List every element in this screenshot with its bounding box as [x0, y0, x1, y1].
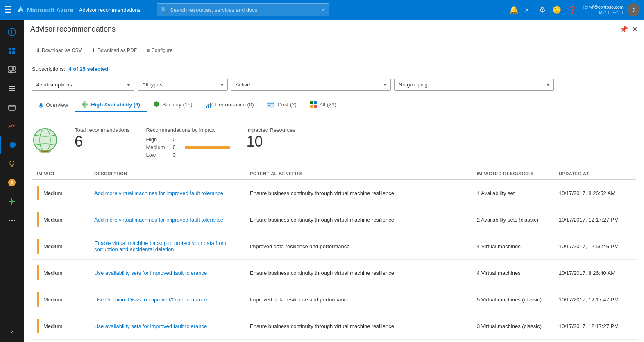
cell-impact-3: Medium: [32, 260, 89, 286]
bell-icon: 🔔: [509, 5, 518, 14]
impact-indicator-1: [37, 212, 39, 227]
sidebar-item-all-resources[interactable]: [0, 79, 24, 97]
tab-all[interactable]: All (23): [303, 97, 343, 112]
sidebar-item-create[interactable]: [0, 23, 24, 41]
svg-rect-3: [9, 48, 11, 50]
svg-rect-37: [310, 101, 313, 104]
grouping-dropdown[interactable]: No grouping: [394, 79, 554, 91]
sidebar-item-dashboard[interactable]: [0, 61, 24, 79]
cell-resources-2: 4 Virtual machines: [472, 233, 554, 260]
dashboard-icon: [8, 66, 16, 74]
tab-performance[interactable]: Performance (0): [199, 97, 261, 112]
description-link-0[interactable]: Add more virtual machines for improved f…: [94, 190, 223, 196]
page-header: Advisor recommendations 📌 ✕: [24, 20, 644, 39]
col-benefits: POTENTIAL BENEFITS: [245, 168, 472, 180]
tab-high-availability[interactable]: High Availability (6): [75, 97, 147, 112]
pin-button[interactable]: 📌: [620, 25, 628, 33]
cell-description-2: Enable virtual machine backup to protect…: [89, 233, 245, 260]
description-link-2[interactable]: Enable virtual machine backup to protect…: [94, 240, 226, 252]
terminal-icon: >_: [525, 6, 533, 14]
main-content: Advisor recommendations 📌 ✕ ⬇ Download a…: [24, 20, 644, 342]
cell-resources-0: 1 Availability set: [472, 180, 554, 206]
description-link-4[interactable]: Use Premium Disks to improve I/O perform…: [94, 297, 207, 303]
search-box[interactable]: 🔍 ✕: [157, 3, 329, 16]
cell-benefit-4: Improved data resilience and performance: [245, 286, 472, 313]
cost-tab-icon: [267, 101, 275, 108]
table-row: Medium Enable virtual machine backup to …: [32, 233, 636, 260]
cell-description-0: Add more virtual machines for improved f…: [89, 180, 245, 206]
description-link-5[interactable]: Use availability sets for improved fault…: [94, 323, 207, 329]
sidebar-item-more[interactable]: [0, 211, 24, 229]
sidebar-item-extensions[interactable]: [0, 193, 24, 211]
subscriptions-selected[interactable]: 4 of 25 selected: [69, 66, 109, 72]
impact-low-row: Low 0: [146, 152, 230, 158]
resource-groups-icon: [8, 103, 16, 111]
impact-label: Recommendations by impact: [146, 127, 230, 133]
search-input[interactable]: [170, 7, 319, 13]
cell-updated-2: 10/17/2017, 12:59:46 PM: [554, 233, 636, 260]
cell-benefit-3: Ensure business continuity through virtu…: [245, 260, 472, 286]
impacted-resources-summary: Impacted Resources 10: [246, 127, 295, 150]
notifications-button[interactable]: 🔔: [509, 5, 518, 14]
svg-rect-12: [9, 88, 15, 89]
subscriptions-dropdown[interactable]: 4 subscriptions: [32, 79, 134, 91]
cell-description-4: Use Premium Disks to improve I/O perform…: [89, 286, 245, 313]
configure-button[interactable]: ≡ Configure: [143, 46, 177, 55]
col-resources: IMPACTED RESOURCES: [472, 168, 554, 180]
table-row: Medium Use availability sets for improve…: [32, 313, 636, 340]
cell-benefit-1: Ensure business continuity through virtu…: [245, 206, 472, 233]
azure-logo-icon: [16, 6, 25, 14]
cell-benefit-0: Ensure business continuity through virtu…: [245, 180, 472, 206]
help-button[interactable]: ❓: [568, 5, 577, 14]
download-pdf-button[interactable]: ⬇ Download as PDF: [87, 46, 141, 55]
overview-icon: ◉: [39, 102, 43, 108]
type-dropdown[interactable]: All types: [138, 79, 228, 91]
description-link-3[interactable]: Use availability sets for improved fault…: [94, 270, 207, 276]
cell-impact-0: Medium: [32, 180, 89, 206]
settings-button[interactable]: ⚙: [539, 5, 546, 14]
sidebar: $ ›: [0, 20, 24, 342]
tab-cost[interactable]: Cost (2): [260, 97, 303, 112]
help-icon: ❓: [568, 5, 577, 14]
top-breadcrumb: Advisor recommendations: [79, 7, 141, 13]
shield-icon: [9, 141, 17, 149]
recommendations-by-impact: Recommendations by impact High 0 Medium …: [146, 127, 230, 158]
tab-overview[interactable]: ◉ Overview: [32, 98, 75, 112]
description-link-1[interactable]: Add more virtual machines for improved f…: [94, 217, 223, 223]
smiley-button[interactable]: 🙂: [552, 5, 561, 14]
hamburger-menu[interactable]: ☰: [4, 5, 12, 15]
home-icon: [8, 47, 16, 55]
search-clear-icon[interactable]: ✕: [321, 7, 325, 13]
table-header: IMPACT DESCRIPTION POTENTIAL BENEFITS IM…: [32, 168, 636, 180]
tab-security[interactable]: Security (15): [147, 97, 199, 112]
svg-rect-13: [9, 90, 15, 91]
gear-icon: ⚙: [539, 5, 546, 14]
resource-text-0: 1 Availability set: [477, 190, 515, 196]
security-tab-icon: [153, 101, 160, 108]
sidebar-item-home[interactable]: [0, 42, 24, 60]
download-csv-button[interactable]: ⬇ Download as CSV: [32, 46, 86, 55]
performance-tab-icon: [206, 101, 213, 108]
impact-level-0: Medium: [43, 190, 62, 196]
total-recs-value: 6: [75, 133, 129, 150]
date-text-3: 10/17/2017, 8:26:40 AM: [559, 270, 615, 276]
date-text-5: 10/17/2017, 12:17:27 PM: [559, 323, 619, 329]
lightbulb-icon: [8, 160, 16, 168]
sidebar-item-cost[interactable]: $: [0, 174, 24, 192]
benefit-text-1: Ensure business continuity through virtu…: [250, 217, 394, 223]
sidebar-item-monitor[interactable]: [0, 117, 24, 135]
sidebar-expand-button[interactable]: ›: [0, 324, 24, 339]
resources-icon: [8, 84, 16, 93]
user-profile[interactable]: jerryf@contoso.com MICROSOFT J: [583, 3, 640, 16]
status-dropdown[interactable]: Active: [231, 79, 391, 91]
cell-benefit-5: Ensure business continuity through virtu…: [245, 313, 472, 340]
configure-icon: ≡: [147, 48, 150, 53]
svg-rect-35: [267, 103, 274, 104]
sidebar-item-resource-groups[interactable]: [0, 98, 24, 116]
table-row: Medium Add more virtual machines for imp…: [32, 180, 636, 206]
impact-medium-bar: [185, 146, 230, 149]
sidebar-item-advisor[interactable]: [0, 155, 24, 173]
sidebar-item-security[interactable]: [0, 136, 24, 154]
cloud-shell-button[interactable]: >_: [525, 6, 533, 14]
close-button[interactable]: ✕: [632, 25, 637, 33]
